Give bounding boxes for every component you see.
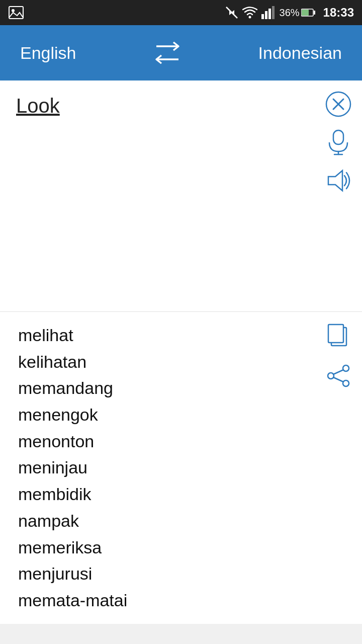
svg-rect-0 <box>9 7 23 19</box>
target-language-button[interactable]: Indonesian <box>258 43 342 63</box>
status-bar-left <box>8 5 24 21</box>
svg-line-24 <box>333 377 343 382</box>
status-bar-right: 36% 18:33 <box>225 6 354 20</box>
input-word[interactable]: Look <box>16 95 60 117</box>
status-time: 18:33 <box>323 6 354 20</box>
svg-point-21 <box>343 380 349 386</box>
input-actions <box>325 91 352 194</box>
translation-item: memeriksa <box>18 534 322 561</box>
svg-marker-17 <box>328 171 342 191</box>
microphone-button[interactable] <box>325 129 352 156</box>
image-icon <box>8 5 24 21</box>
wifi-icon <box>242 6 257 19</box>
svg-rect-5 <box>265 11 267 19</box>
svg-point-1 <box>12 9 15 12</box>
svg-point-20 <box>343 365 349 371</box>
clear-icon <box>325 91 351 117</box>
translation-item: membidik <box>18 481 322 508</box>
svg-rect-19 <box>328 325 343 343</box>
speaker-button[interactable] <box>325 167 352 194</box>
translation-item: memandang <box>18 375 322 401</box>
share-icon <box>326 363 351 388</box>
source-language-button[interactable]: English <box>20 43 76 63</box>
battery-icon <box>301 8 315 17</box>
battery-indicator: 36% <box>280 7 315 19</box>
swap-languages-button[interactable] <box>152 40 183 65</box>
input-area: Look <box>0 80 362 312</box>
svg-rect-9 <box>302 10 309 16</box>
speaker-icon <box>325 169 351 193</box>
svg-rect-4 <box>261 14 264 19</box>
copy-icon <box>326 323 350 349</box>
clear-button[interactable] <box>325 91 352 118</box>
svg-rect-14 <box>333 130 343 144</box>
translations-area: melihatkelihatanmemandangmenengokmenonto… <box>0 312 362 624</box>
svg-line-23 <box>333 370 343 374</box>
translation-item: menjurusi <box>18 560 322 587</box>
translations-list: melihatkelihatanmemandangmenengokmenonto… <box>18 322 322 614</box>
translation-actions <box>325 322 352 389</box>
translation-item: nampak <box>18 508 322 534</box>
translation-item: menonton <box>18 428 322 455</box>
translation-item: melihat <box>18 322 322 349</box>
microphone-icon <box>327 129 349 155</box>
svg-rect-10 <box>314 11 315 15</box>
svg-rect-7 <box>272 6 275 19</box>
translation-item: menengok <box>18 401 322 428</box>
signal-icon <box>261 6 276 19</box>
svg-point-3 <box>248 16 251 19</box>
translation-item: memata-matai <box>18 587 322 614</box>
toolbar: English Indonesian <box>0 25 362 80</box>
translation-item: kelihatan <box>18 349 322 375</box>
share-button[interactable] <box>325 362 352 389</box>
mute-icon <box>225 6 238 19</box>
copy-button[interactable] <box>325 322 352 349</box>
svg-point-22 <box>328 373 334 379</box>
status-bar: 36% 18:33 <box>0 0 362 25</box>
svg-rect-6 <box>268 9 271 19</box>
swap-icon <box>152 40 183 65</box>
translation-item: meninjau <box>18 454 322 481</box>
